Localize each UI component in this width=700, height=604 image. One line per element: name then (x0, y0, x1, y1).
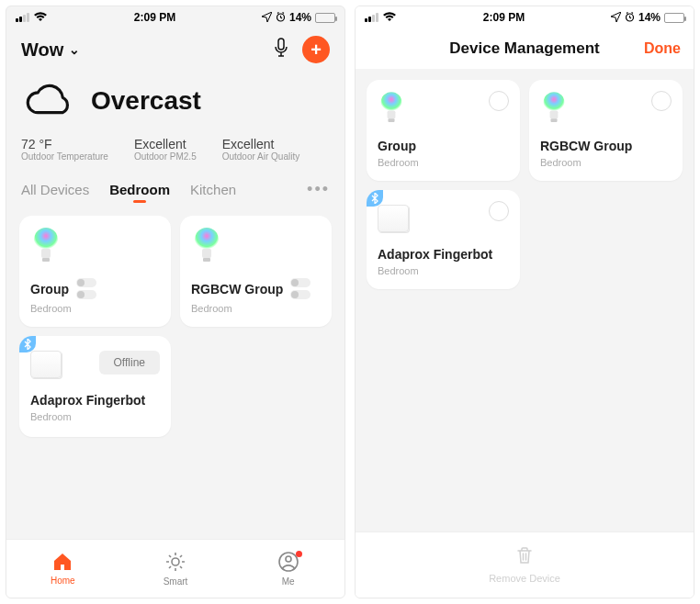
select-checkbox[interactable] (651, 91, 672, 111)
chevron-down-icon: ⌄ (69, 42, 80, 57)
svg-rect-22 (388, 118, 394, 122)
device-card-group[interactable]: Group Bedroom (19, 216, 171, 327)
nav-me[interactable]: Me (231, 540, 344, 598)
group-toggles-icon[interactable] (290, 278, 310, 299)
wifi-icon (33, 11, 48, 25)
svg-point-23 (544, 92, 565, 113)
cloud-icon (21, 82, 74, 120)
svg-rect-1 (278, 39, 284, 50)
weather-condition: Overcast (91, 86, 201, 116)
bulb-icon (191, 227, 222, 263)
device-room: Bedroom (30, 411, 160, 422)
select-checkbox[interactable] (489, 201, 509, 221)
add-button[interactable]: + (302, 36, 330, 63)
svg-rect-6 (202, 249, 211, 258)
svg-line-14 (180, 566, 182, 568)
notification-dot-icon (296, 551, 302, 557)
svg-line-16 (169, 566, 171, 568)
fingerbot-icon (30, 351, 62, 378)
device-card-rgbcw-group[interactable]: RGBCW Group Bedroom (180, 216, 332, 327)
offline-badge: Offline (99, 351, 160, 375)
home-icon (52, 553, 73, 574)
status-time: 2:09 PM (48, 11, 262, 24)
svg-rect-25 (550, 118, 557, 122)
svg-rect-4 (42, 258, 50, 262)
battery-icon (315, 13, 335, 23)
status-bar: 2:09 PM 14% (356, 6, 694, 28)
device-name: RGBCW Group (191, 282, 283, 296)
room-tabs: All Devices Bedroom Kitchen ••• (6, 174, 344, 205)
device-name: RGBCW Group (540, 139, 672, 153)
bulb-icon (30, 227, 62, 263)
svg-point-18 (286, 556, 291, 562)
microphone-button[interactable] (273, 38, 289, 62)
weather-metrics: 72 °F Outdoor Temperature Excellent Outd… (21, 128, 330, 174)
page-title: Device Management (449, 39, 599, 58)
svg-point-20 (381, 92, 402, 113)
tab-all-devices[interactable]: All Devices (21, 174, 89, 205)
bottom-nav: Home Smart Me (6, 539, 344, 598)
management-header: Device Management Done (356, 28, 694, 69)
battery-icon (664, 13, 684, 23)
location-icon (611, 12, 621, 24)
home-screen: 2:09 PM 14% Wow ⌄ + (6, 6, 345, 598)
wifi-icon (382, 11, 397, 25)
tab-kitchen[interactable]: Kitchen (190, 174, 236, 205)
location-icon (262, 12, 272, 24)
metric-temperature[interactable]: 72 °F Outdoor Temperature (21, 137, 108, 162)
device-room: Bedroom (30, 303, 160, 314)
device-room: Bedroom (540, 157, 672, 168)
battery-pct: 14% (638, 11, 660, 24)
device-name: Adaprox Fingerbot (30, 393, 160, 408)
me-icon (278, 552, 299, 575)
device-management-screen: 2:09 PM 14% Device Management Done (355, 6, 694, 598)
mgmt-card-rgbcw-group[interactable]: RGBCW Group Bedroom (529, 80, 683, 181)
fingerbot-icon (378, 205, 409, 232)
battery-pct: 14% (289, 11, 311, 24)
weather-panel[interactable]: Overcast (21, 63, 330, 128)
svg-point-5 (195, 228, 219, 252)
alarm-icon (276, 12, 286, 24)
svg-point-8 (172, 558, 179, 565)
bulb-icon (540, 91, 568, 124)
svg-rect-21 (388, 111, 396, 119)
device-room: Bedroom (378, 265, 509, 276)
signal-icon (365, 13, 378, 22)
svg-line-13 (169, 555, 171, 557)
nav-smart[interactable]: Smart (119, 540, 232, 598)
trash-icon (516, 546, 533, 569)
smart-icon (165, 552, 186, 575)
tabs-more-button[interactable]: ••• (307, 180, 330, 199)
status-time: 2:09 PM (397, 11, 611, 24)
signal-icon (16, 13, 29, 22)
home-selector[interactable]: Wow ⌄ (21, 39, 80, 61)
device-name: Group (30, 282, 69, 296)
select-checkbox[interactable] (489, 91, 509, 111)
metric-pm25[interactable]: Excellent Outdoor PM2.5 (134, 137, 197, 162)
done-button[interactable]: Done (644, 40, 681, 57)
svg-line-15 (180, 555, 182, 557)
remove-device-button[interactable]: Remove Device (356, 531, 694, 598)
nav-home[interactable]: Home (6, 540, 119, 598)
mgmt-card-group[interactable]: Group Bedroom (367, 80, 520, 181)
device-card-fingerbot[interactable]: Offline Adaprox Fingerbot Bedroom (19, 336, 171, 437)
group-toggles-icon[interactable] (76, 278, 96, 299)
mgmt-card-fingerbot[interactable]: Adaprox Fingerbot Bedroom (367, 190, 520, 289)
svg-rect-3 (41, 249, 51, 258)
svg-rect-24 (550, 111, 559, 119)
remove-device-label: Remove Device (489, 573, 560, 584)
metric-air-quality[interactable]: Excellent Outdoor Air Quality (222, 137, 299, 162)
device-room: Bedroom (191, 303, 321, 314)
status-bar: 2:09 PM 14% (6, 6, 344, 28)
svg-rect-7 (203, 258, 210, 262)
device-room: Bedroom (378, 157, 509, 168)
svg-point-2 (34, 228, 58, 252)
bulb-icon (378, 91, 405, 124)
device-name: Adaprox Fingerbot (378, 247, 509, 262)
home-name: Wow (21, 39, 63, 61)
tab-bedroom[interactable]: Bedroom (109, 174, 170, 205)
alarm-icon (625, 12, 635, 24)
device-name: Group (378, 139, 509, 153)
